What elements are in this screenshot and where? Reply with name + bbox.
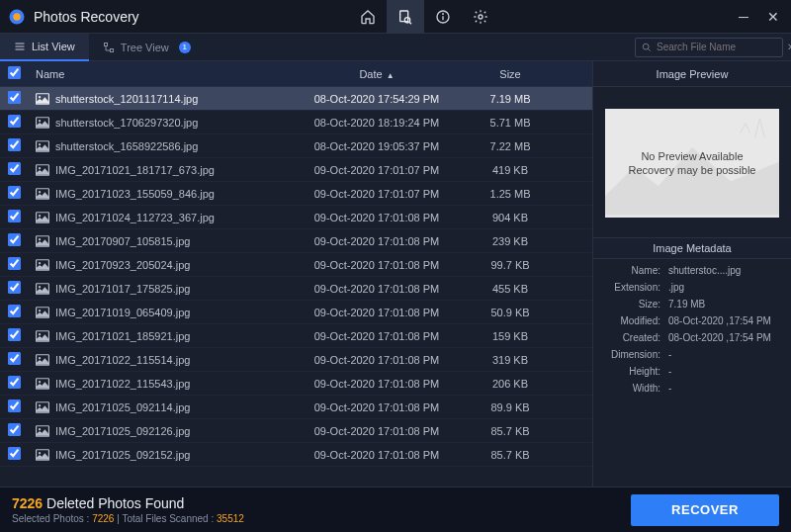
row-date: 08-Oct-2020 17:54:29 PM [293,93,461,105]
table-row[interactable]: IMG_20170907_105815.jpg 09-Oct-2020 17:0… [0,229,592,253]
row-checkbox[interactable] [8,186,21,199]
row-checkbox[interactable] [8,210,21,222]
tree-view-tab[interactable]: Tree View 1 [89,34,205,61]
table-row[interactable]: IMG_20171017_175825.jpg 09-Oct-2020 17:0… [0,277,592,301]
table-row[interactable]: IMG_20171023_155059_846.jpg 09-Oct-2020 … [0,182,592,206]
column-size[interactable]: Size [461,68,560,80]
sort-ascending-icon: ▲ [387,71,395,80]
clear-search-button[interactable]: ✕ [787,42,791,52]
image-file-icon [36,307,49,318]
image-file-icon [36,259,49,271]
list-view-tab[interactable]: List View [0,34,89,61]
table-row[interactable]: IMG_20171022_115543.jpg 09-Oct-2020 17:0… [0,372,592,396]
selected-value: 7226 [92,513,114,524]
row-size: 7.19 MB [461,93,560,105]
svg-point-23 [39,167,41,169]
table-row[interactable]: IMG_20171025_092114.jpg 09-Oct-2020 17:0… [0,396,592,419]
info-button[interactable] [424,0,462,34]
select-all-checkbox[interactable] [8,66,21,79]
scan-results-button[interactable] [387,0,424,34]
image-file-icon [36,401,49,413]
home-button[interactable] [349,0,387,34]
row-checkbox[interactable] [8,115,21,128]
row-size: 99.7 KB [461,259,560,271]
table-row[interactable]: IMG_20170923_205024.jpg 09-Oct-2020 17:0… [0,253,592,277]
row-checkbox[interactable] [8,352,21,365]
table-row[interactable]: IMG_20171025_092126.jpg 09-Oct-2020 17:0… [0,419,592,443]
meta-dim-v: - [668,349,781,360]
table-row[interactable]: shutterstock_1658922586.jpg 08-Oct-2020 … [0,134,592,158]
image-file-icon [36,117,49,129]
column-name[interactable]: Name [36,68,293,80]
row-checkbox[interactable] [8,305,21,317]
meta-name-v: shutterstoc....jpg [668,265,781,276]
right-panel: Image Preview No Preview Available Recov… [593,61,791,487]
svg-point-41 [39,381,41,383]
svg-point-37 [39,333,41,335]
row-checkbox[interactable] [8,423,21,436]
row-checkbox[interactable] [8,328,21,341]
recover-button[interactable]: RECOVER [631,494,779,526]
row-date: 09-Oct-2020 17:01:07 PM [293,164,461,176]
preview-box: No Preview Available Recovery may be pos… [605,109,779,218]
search-box[interactable]: ✕ [635,38,783,57]
image-file-icon [36,93,49,105]
table-row[interactable]: IMG_20171021_185921.jpg 09-Oct-2020 17:0… [0,324,592,348]
close-button[interactable]: ✕ [767,11,779,23]
row-size: 89.9 KB [461,401,560,413]
list-icon [14,41,26,52]
row-filename: shutterstock_1201117114.jpg [55,93,198,105]
row-checkbox[interactable] [8,447,21,460]
table-row[interactable]: shutterstock_1201117114.jpg 08-Oct-2020 … [0,87,592,111]
row-size: 206 KB [461,378,560,390]
table-row[interactable]: shutterstock_1706297320.jpg 08-Oct-2020 … [0,111,592,134]
row-date: 09-Oct-2020 17:01:08 PM [293,330,461,342]
row-checkbox[interactable] [8,91,21,104]
table-row[interactable]: IMG_20171019_065409.jpg 09-Oct-2020 17:0… [0,301,592,324]
row-checkbox[interactable] [8,162,21,175]
table-body[interactable]: shutterstock_1201117114.jpg 08-Oct-2020 … [0,87,592,487]
row-checkbox[interactable] [8,257,21,270]
row-checkbox[interactable] [8,281,21,294]
row-date: 09-Oct-2020 17:01:08 PM [293,235,461,247]
row-checkbox[interactable] [8,376,21,389]
meta-size-k: Size: [603,299,668,310]
search-icon [642,43,652,52]
svg-point-35 [39,310,41,311]
settings-button[interactable] [462,0,499,34]
image-file-icon [36,283,49,295]
row-date: 09-Oct-2020 17:01:08 PM [293,212,461,223]
image-file-icon [36,235,49,247]
svg-rect-2 [399,11,407,22]
svg-point-19 [39,120,41,122]
row-date: 09-Oct-2020 17:01:08 PM [293,425,461,437]
search-input[interactable] [657,42,782,52]
row-checkbox[interactable] [8,399,21,412]
table-row[interactable]: IMG_20171021_181717_673.jpg 09-Oct-2020 … [0,158,592,182]
row-date: 09-Oct-2020 17:01:08 PM [293,401,461,413]
row-date: 09-Oct-2020 17:01:08 PM [293,307,461,318]
image-file-icon [36,212,49,223]
svg-rect-13 [110,48,113,51]
file-list-panel: Name Date▲ Size shutterstock_1201117114.… [0,61,593,487]
svg-point-25 [39,191,41,193]
scanned-value: 35512 [217,513,244,524]
table-row[interactable]: IMG_20171025_092152.jpg 09-Oct-2020 17:0… [0,443,592,467]
image-file-icon [36,449,49,461]
table-row[interactable]: IMG_20171024_112723_367.jpg 09-Oct-2020 … [0,206,592,229]
image-file-icon [36,425,49,437]
svg-point-21 [39,143,41,145]
column-date[interactable]: Date▲ [293,68,461,80]
row-checkbox[interactable] [8,138,21,151]
tree-view-label: Tree View [121,42,169,53]
image-file-icon [36,354,49,366]
row-filename: IMG_20171023_155059_846.jpg [55,188,215,200]
row-filename: IMG_20171024_112723_367.jpg [55,212,215,223]
row-size: 5.71 MB [461,117,560,129]
row-date: 09-Oct-2020 17:01:08 PM [293,378,461,390]
row-filename: IMG_20171017_175825.jpg [55,283,190,295]
row-size: 239 KB [461,235,560,247]
row-checkbox[interactable] [8,233,21,246]
minimize-button[interactable]: ─ [738,11,749,23]
table-row[interactable]: IMG_20171022_115514.jpg 09-Oct-2020 17:0… [0,348,592,372]
